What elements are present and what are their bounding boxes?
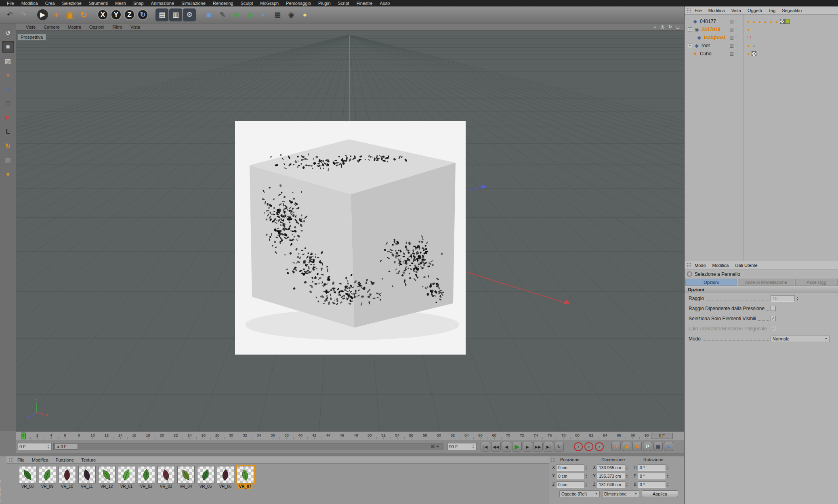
object-row-root[interactable]: +◆root⋮●✓ xyxy=(685,42,838,50)
material-vr_01[interactable]: VR_01 xyxy=(118,466,135,489)
object-row-cubo[interactable]: ■Cubo⋮● xyxy=(685,50,838,58)
dimension-z-field[interactable]: 131.048 cm xyxy=(597,481,625,488)
menu-sculpt[interactable]: Sculpt xyxy=(237,1,257,6)
current-frame-field[interactable]: 0 F▲▼ xyxy=(18,443,52,450)
add-spline-button[interactable]: ✎ xyxy=(216,8,229,21)
material-thumbnail[interactable] xyxy=(39,466,56,483)
render-view-button[interactable]: ▤ xyxy=(155,8,168,21)
material-thumbnail[interactable] xyxy=(19,466,36,483)
texture-mode-button[interactable]: ▨ xyxy=(2,55,14,67)
stepper-arrows[interactable]: ▲▼ xyxy=(46,444,50,449)
material-thumbnail[interactable] xyxy=(118,466,135,483)
goto-end-button[interactable]: ▶| xyxy=(544,442,553,452)
stepper-arrows[interactable]: ▲▼ xyxy=(584,473,588,479)
loop-button[interactable]: ↻ xyxy=(554,442,564,452)
object-name[interactable]: 040177 xyxy=(700,19,716,24)
record-parameter-toggle[interactable]: P xyxy=(643,442,652,451)
record-scale-toggle[interactable]: ▣ xyxy=(622,442,631,451)
tag-tri-icon[interactable]: ▲ xyxy=(757,19,762,24)
current-frame-display[interactable]: 0 F xyxy=(651,433,673,439)
add-mograph-button[interactable]: ▦ xyxy=(271,8,284,21)
points-mode-button[interactable]: ■ xyxy=(2,83,14,95)
redo-icon[interactable]: ↷ xyxy=(17,8,30,21)
menu-snap[interactable]: Snap xyxy=(130,1,147,6)
material-vr_11[interactable]: VR_11 xyxy=(78,466,96,489)
layer-chip[interactable] xyxy=(730,36,733,40)
object-menu-vista[interactable]: Vista xyxy=(728,8,744,13)
layer-chip[interactable] xyxy=(730,20,733,23)
expander-icon[interactable]: + xyxy=(688,27,692,32)
record-position-toggle[interactable]: + xyxy=(611,442,621,451)
rotation-p-field[interactable]: 0 ° xyxy=(638,473,666,479)
stepper-arrows[interactable]: ▲▼ xyxy=(584,482,588,487)
attribute-menu-modifica[interactable]: Modifica xyxy=(709,263,732,268)
make-editable-button[interactable]: ↺ xyxy=(2,27,14,39)
tag-checker-icon[interactable] xyxy=(780,19,785,24)
live-selection-tool[interactable]: ▶ xyxy=(37,9,48,20)
dimension-x-field[interactable]: 133.965 cm xyxy=(597,464,625,471)
radius-field[interactable]: 10 xyxy=(771,295,795,302)
model-mode-button[interactable]: ■ xyxy=(2,41,14,53)
tag-dot-icon[interactable]: ● xyxy=(746,43,751,48)
axis-x-toggle[interactable]: X xyxy=(97,9,108,20)
maximize-view-icon[interactable]: □ xyxy=(675,24,681,30)
tag-dot-icon[interactable]: ● xyxy=(746,19,751,24)
scale-tool[interactable]: ▣ xyxy=(63,8,76,21)
material-thumbnail[interactable] xyxy=(59,466,76,483)
menu-rendering[interactable]: Rendering xyxy=(209,1,237,6)
apply-button[interactable]: Applica xyxy=(642,490,678,497)
undo-icon[interactable]: ↶ xyxy=(3,8,16,21)
tab-opzioni[interactable]: Opzioni xyxy=(685,279,737,286)
position-z-field[interactable]: 0 cm xyxy=(556,481,584,488)
coordinate-system-toggle[interactable]: ↻ xyxy=(137,9,148,20)
material-thumbnail[interactable] xyxy=(78,466,96,483)
viewport-label[interactable]: Prospettiva xyxy=(17,34,46,40)
panel-grip-icon[interactable] xyxy=(687,263,691,268)
play-button[interactable]: ▶ xyxy=(512,442,522,452)
dimension-y-field[interactable]: 155.373 cm xyxy=(597,473,625,479)
stepper-arrows[interactable]: ▲▼ xyxy=(625,482,629,487)
material-vr_10[interactable]: VR_10 xyxy=(58,466,76,489)
zoom-view-icon[interactable]: ◎ xyxy=(659,24,666,30)
stepper-arrows[interactable]: ▲▼ xyxy=(625,473,629,479)
attribute-menu-modo[interactable]: Modo xyxy=(691,263,709,268)
tag-tri-icon[interactable]: ▲ xyxy=(763,19,768,24)
menu-modifica[interactable]: Modifica xyxy=(18,1,42,6)
timeline-slider-grip[interactable]: ◀ 0 F xyxy=(55,444,78,449)
add-environment-button[interactable]: ◐ xyxy=(257,8,270,21)
prev-key-button[interactable]: ◀◀ xyxy=(491,442,501,452)
coordinate-mode-dropdown[interactable]: Oggetto (Rel)▼ xyxy=(559,490,600,497)
tag-dot-icon[interactable]: ● xyxy=(746,51,751,57)
timeline-ruler[interactable]: 0246810121416182022242628303234363840424… xyxy=(16,431,684,440)
axis-y-toggle[interactable]: Y xyxy=(111,9,122,20)
prev-frame-button[interactable]: ◀ xyxy=(502,442,511,452)
object-menu-tag[interactable]: Tag xyxy=(765,8,779,13)
material-thumbnail[interactable] xyxy=(177,466,195,483)
render-region-button[interactable]: ▥ xyxy=(169,8,182,21)
object-menu-oggetti[interactable]: Oggetti xyxy=(744,8,765,13)
add-light-button[interactable]: ● xyxy=(298,8,311,21)
menu-finestre[interactable]: Finestre xyxy=(353,1,376,6)
timeline-slider[interactable]: ◀ 0 F 90 F xyxy=(53,443,443,450)
checkbox[interactable]: ✓ xyxy=(771,316,776,321)
panel-grip-icon[interactable] xyxy=(551,458,556,462)
tag-check-icon[interactable]: ✓ xyxy=(752,43,757,48)
normal-move-mode-button[interactable]: ↻ xyxy=(2,140,14,152)
tab-asse-di-modellazione[interactable]: Asse di Modellazione xyxy=(738,279,794,286)
visibility-dots-icon[interactable]: ⋮ xyxy=(734,19,738,23)
material-vr_06[interactable]: VR_06 xyxy=(216,466,234,489)
menu-plugin[interactable]: Plugin xyxy=(315,1,334,6)
checkbox[interactable]: ✓ xyxy=(771,326,776,331)
tag-dot-icon[interactable]: ● xyxy=(746,27,751,32)
pan-view-icon[interactable]: + xyxy=(652,24,658,30)
material-thumbnail[interactable] xyxy=(158,466,175,483)
autokeying-button[interactable]: ● xyxy=(584,442,593,451)
tag-checker-icon[interactable] xyxy=(752,51,756,56)
viewport-menu-viste[interactable]: Viste xyxy=(22,25,40,29)
menu-mesh[interactable]: Mesh xyxy=(111,1,130,6)
stepper-arrows[interactable]: ▲▼ xyxy=(666,473,670,479)
rotate-view-icon[interactable]: ↻ xyxy=(667,24,673,30)
stepper-arrows[interactable]: ▲▼ xyxy=(666,482,670,487)
layer-chip[interactable] xyxy=(730,52,733,56)
visibility-dots-icon[interactable]: ⋮ xyxy=(734,44,738,48)
